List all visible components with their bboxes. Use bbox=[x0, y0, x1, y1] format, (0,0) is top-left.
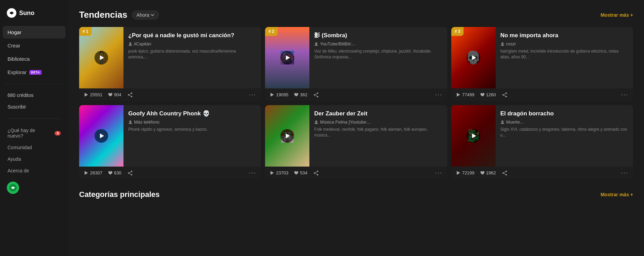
play-icon bbox=[285, 55, 290, 60]
play-count: 26307 bbox=[84, 170, 102, 175]
card-tags: punk épico, guitarra distorsionada, voz … bbox=[128, 48, 256, 85]
suno-avatar[interactable] bbox=[7, 182, 19, 194]
trending-card-1: # 1 🧍 ¿Por qué a nadie le gustó mi canci… bbox=[79, 27, 261, 101]
play-button[interactable] bbox=[467, 51, 480, 65]
svg-marker-28 bbox=[85, 171, 88, 175]
svg-line-40 bbox=[315, 172, 317, 173]
help-item[interactable]: Ayuda bbox=[3, 154, 65, 165]
svg-point-5 bbox=[131, 93, 132, 94]
trending-card-4: 🌀 Goofy Ahh Country Phonk 💀 Más teléfono… bbox=[79, 105, 261, 179]
share-button[interactable] bbox=[501, 170, 508, 176]
play-button[interactable] bbox=[94, 129, 108, 143]
svg-point-19 bbox=[501, 42, 503, 44]
svg-marker-42 bbox=[472, 133, 476, 138]
share-button[interactable] bbox=[313, 91, 320, 98]
share-button[interactable] bbox=[313, 170, 320, 176]
play-button[interactable] bbox=[280, 129, 294, 143]
card-thumbnail: # 1 🧍 bbox=[79, 27, 123, 88]
logo-text: Suno bbox=[19, 10, 34, 17]
svg-marker-36 bbox=[270, 171, 274, 175]
chevron-down-icon bbox=[150, 13, 155, 17]
play-count-value: 25551 bbox=[90, 92, 102, 97]
subscribe-label: Suscribir bbox=[8, 104, 26, 110]
card-title: Goofy Ahh Country Phonk 💀 bbox=[128, 110, 256, 117]
more-options-button[interactable]: ··· bbox=[435, 169, 442, 176]
trending-card-5: 🏰 Der Zauber der Zeit Música Felina [You… bbox=[265, 105, 447, 179]
trending-card-2: # 2 🌆 影 (Sombra) YouTube/BiliBili:... Vo… bbox=[265, 27, 447, 101]
artist-icon bbox=[128, 42, 132, 46]
play-button[interactable] bbox=[94, 51, 108, 65]
artist-icon bbox=[500, 42, 504, 46]
more-options-button[interactable]: ··· bbox=[249, 91, 256, 98]
categories-section: Categorías principales Mostrar más + bbox=[79, 190, 633, 199]
share-button[interactable] bbox=[501, 91, 508, 98]
play-button[interactable] bbox=[280, 51, 294, 65]
sidebar-item-explorar[interactable]: Explorar BETA bbox=[3, 66, 65, 79]
time-filter-label: Ahora bbox=[136, 12, 149, 18]
sidebar-bottom: 680 créditos Suscribir ¿Qué hay de nuevo… bbox=[0, 90, 68, 176]
play-count: 25551 bbox=[84, 92, 102, 97]
main-nav: Hogar Crear Biblioteca Explorar BETA bbox=[0, 26, 68, 79]
card-artist: Más teléfono bbox=[128, 119, 256, 125]
card-top: # 3 💀 No me importa ahora roszr hair/gla… bbox=[451, 27, 633, 88]
svg-point-39 bbox=[317, 174, 318, 175]
svg-line-48 bbox=[504, 172, 506, 173]
rank-badge: # 1 bbox=[79, 27, 92, 36]
sidebar-divider-2 bbox=[7, 118, 61, 119]
svg-line-16 bbox=[315, 94, 317, 95]
like-icon bbox=[480, 93, 484, 97]
card-top: 🏰 Der Zauber der Zeit Música Felina [You… bbox=[265, 105, 447, 167]
svg-marker-10 bbox=[286, 55, 290, 60]
categories-show-more[interactable]: Mostrar más + bbox=[601, 192, 633, 197]
card-top: # 1 🧍 ¿Por qué a nadie le gustó mi canci… bbox=[79, 27, 261, 88]
play-button[interactable] bbox=[467, 129, 480, 143]
play-count-icon bbox=[84, 171, 88, 175]
sidebar-item-biblioteca[interactable]: Biblioteca bbox=[3, 53, 65, 65]
svg-point-7 bbox=[131, 96, 132, 97]
subscribe-item[interactable]: Suscribir bbox=[3, 101, 65, 112]
more-options-button[interactable]: ··· bbox=[249, 169, 256, 176]
svg-marker-4 bbox=[85, 93, 88, 97]
play-count-value: 26307 bbox=[90, 170, 102, 175]
more-options-button[interactable]: ··· bbox=[621, 169, 628, 176]
share-icon bbox=[502, 92, 508, 98]
svg-point-43 bbox=[501, 120, 503, 123]
card-tags: hair/glam metal, increíble introducción … bbox=[500, 48, 628, 85]
artist-name: Más teléfono bbox=[134, 119, 159, 125]
trending-card-6: 🐉 El dragón borracho Muerte... Siglo XVI… bbox=[451, 105, 633, 179]
sidebar-item-crear[interactable]: Crear bbox=[3, 39, 65, 52]
credits-item[interactable]: 680 créditos bbox=[3, 90, 65, 101]
like-count: 362 bbox=[294, 92, 307, 97]
suno-logo-icon bbox=[7, 8, 16, 18]
community-item[interactable]: Comunidad bbox=[3, 142, 65, 153]
sidebar-item-hogar[interactable]: Hogar bbox=[3, 26, 65, 39]
svg-point-45 bbox=[506, 171, 507, 172]
trending-show-more[interactable]: Mostrar más + bbox=[601, 12, 633, 18]
svg-point-30 bbox=[128, 172, 129, 174]
categories-title: Categorías principales bbox=[79, 190, 160, 199]
svg-point-13 bbox=[317, 93, 318, 94]
whats-new-item[interactable]: ¿Qué hay de nuevo? 8 bbox=[3, 125, 65, 141]
more-options-button[interactable]: ··· bbox=[435, 91, 442, 98]
svg-marker-26 bbox=[100, 133, 104, 138]
artist-icon bbox=[314, 42, 318, 46]
play-count: 72199 bbox=[456, 170, 474, 175]
time-filter-button[interactable]: Ahora bbox=[132, 11, 159, 19]
svg-point-47 bbox=[506, 174, 507, 175]
card-info: El dragón borracho Muerte... Siglo XVI, … bbox=[496, 105, 633, 167]
about-item[interactable]: Acerca de bbox=[3, 165, 65, 176]
share-icon bbox=[128, 170, 133, 176]
whats-new-label: ¿Qué hay de nuevo? bbox=[8, 128, 52, 139]
card-info: No me importa ahora roszr hair/glam meta… bbox=[496, 27, 633, 88]
share-button[interactable] bbox=[127, 91, 134, 98]
card-thumbnail: 🐉 bbox=[451, 105, 496, 167]
card-top: 🐉 El dragón borracho Muerte... Siglo XVI… bbox=[451, 105, 633, 167]
artist-name: roszr bbox=[506, 41, 516, 46]
more-options-button[interactable]: ··· bbox=[621, 91, 628, 98]
logo[interactable]: Suno bbox=[0, 5, 68, 26]
share-button[interactable] bbox=[127, 170, 134, 176]
like-count-value: 362 bbox=[300, 92, 307, 97]
svg-line-17 bbox=[315, 95, 317, 96]
svg-point-31 bbox=[131, 174, 132, 175]
share-icon bbox=[313, 92, 319, 98]
